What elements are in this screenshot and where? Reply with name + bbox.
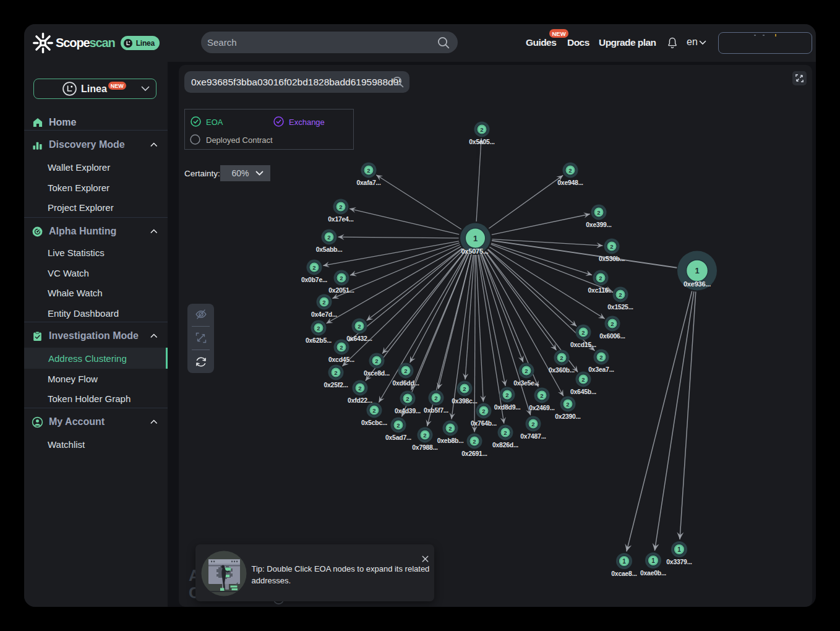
svg-text:0x7487...: 0x7487... <box>520 433 546 440</box>
svg-text:0x6432...: 0x6432... <box>346 335 372 342</box>
svg-text:0x5cbc...: 0x5cbc... <box>361 419 387 426</box>
svg-text:2: 2 <box>581 329 585 336</box>
svg-text:0x764b...: 0x764b... <box>471 420 497 427</box>
svg-text:2: 2 <box>434 395 437 401</box>
svg-text:2: 2 <box>367 167 370 174</box>
svg-text:2: 2 <box>312 264 315 271</box>
svg-text:0xc116...: 0xc116... <box>588 287 614 294</box>
svg-text:0xcae8...: 0xcae8... <box>611 570 637 577</box>
svg-text:0xafa7...: 0xafa7... <box>356 179 381 186</box>
svg-text:0x2691...: 0x2691... <box>461 450 487 457</box>
svg-text:0x2051...: 0x2051... <box>328 287 354 294</box>
svg-text:0xe948...: 0xe948... <box>557 179 583 186</box>
svg-text:0x4e7d...: 0x4e7d... <box>311 311 337 318</box>
svg-text:0xce8d...: 0xce8d... <box>364 370 390 377</box>
svg-text:0x5abb...: 0x5abb... <box>316 246 343 253</box>
svg-text:2: 2 <box>327 234 330 241</box>
svg-text:2: 2 <box>375 358 378 364</box>
svg-text:0x5075...: 0x5075... <box>461 247 488 255</box>
svg-text:0x2469...: 0x2469... <box>529 405 555 411</box>
svg-text:0x1525...: 0x1525... <box>607 304 633 311</box>
svg-text:0xcd15...: 0xcd15... <box>570 341 596 348</box>
svg-text:0x2390...: 0x2390... <box>555 413 581 420</box>
svg-text:1: 1 <box>677 546 681 553</box>
svg-text:2: 2 <box>540 392 543 399</box>
svg-text:2: 2 <box>560 354 563 361</box>
svg-text:0x7988...: 0x7988... <box>412 444 438 451</box>
svg-text:2: 2 <box>480 126 483 133</box>
svg-text:2: 2 <box>406 395 409 402</box>
svg-text:1: 1 <box>622 558 626 565</box>
svg-text:0x398c...: 0x398c... <box>452 398 478 405</box>
svg-text:0x3e5e...: 0x3e5e... <box>513 380 539 387</box>
svg-text:2: 2 <box>358 323 361 330</box>
svg-text:2: 2 <box>473 438 476 445</box>
svg-text:2: 2 <box>568 167 572 174</box>
svg-text:0x645b...: 0x645b... <box>570 388 596 395</box>
svg-text:2: 2 <box>404 367 407 374</box>
svg-text:2: 2 <box>619 291 622 298</box>
svg-text:2: 2 <box>599 275 602 281</box>
svg-text:0xd6dd...: 0xd6dd... <box>392 380 419 387</box>
svg-text:0x530b...: 0x530b... <box>599 255 625 262</box>
svg-text:2: 2 <box>504 429 507 436</box>
svg-text:2: 2 <box>482 408 485 414</box>
svg-text:2: 2 <box>463 385 466 392</box>
svg-text:0xe399...: 0xe399... <box>586 221 612 228</box>
svg-text:2: 2 <box>396 422 400 429</box>
svg-text:0x5ad7...: 0x5ad7... <box>385 434 411 441</box>
svg-text:2: 2 <box>525 367 528 374</box>
svg-text:1: 1 <box>695 266 699 275</box>
svg-text:2: 2 <box>599 354 602 361</box>
svg-text:0x0b7e...: 0x0b7e... <box>301 277 327 283</box>
svg-text:2: 2 <box>566 401 569 408</box>
svg-text:0x826d...: 0x826d... <box>492 442 518 449</box>
svg-text:0x4d39...: 0x4d39... <box>395 408 421 414</box>
svg-text:2: 2 <box>339 204 342 210</box>
svg-text:2: 2 <box>372 407 375 414</box>
svg-text:1: 1 <box>473 234 478 243</box>
svg-text:2: 2 <box>322 299 325 306</box>
svg-text:0xb5f7...: 0xb5f7... <box>424 407 448 414</box>
svg-text:0xfd22...: 0xfd22... <box>348 397 372 404</box>
svg-text:2: 2 <box>611 320 614 327</box>
svg-text:0xeb8b...: 0xeb8b... <box>437 437 464 444</box>
svg-text:0x6006...: 0x6006... <box>599 333 625 340</box>
svg-text:0x5a05...: 0x5a05... <box>469 139 495 145</box>
svg-text:0x62b5...: 0x62b5... <box>306 337 332 344</box>
svg-text:1: 1 <box>651 557 655 564</box>
svg-text:2: 2 <box>597 209 600 216</box>
svg-text:2: 2 <box>610 243 613 250</box>
svg-text:0xae0b...: 0xae0b... <box>640 570 666 577</box>
svg-text:2: 2 <box>423 432 426 439</box>
svg-text:2: 2 <box>448 425 452 432</box>
svg-text:0x3ea7...: 0x3ea7... <box>588 366 614 373</box>
svg-text:2: 2 <box>340 344 343 351</box>
svg-text:2: 2 <box>317 325 320 332</box>
svg-text:0x360b...: 0x360b... <box>549 367 575 374</box>
svg-text:2: 2 <box>358 385 361 392</box>
svg-text:2: 2 <box>531 421 534 427</box>
svg-text:2: 2 <box>505 392 508 398</box>
svg-text:2: 2 <box>334 369 337 376</box>
svg-text:2: 2 <box>340 275 343 281</box>
svg-text:2: 2 <box>581 376 585 383</box>
svg-text:0x25f2...: 0x25f2... <box>324 382 348 388</box>
svg-text:0x3379...: 0x3379... <box>666 559 692 565</box>
svg-text:0xd8d9...: 0xd8d9... <box>494 404 521 411</box>
svg-text:0x17e4...: 0x17e4... <box>328 216 354 223</box>
svg-text:0xcd45...: 0xcd45... <box>328 356 354 363</box>
svg-text:0xe936...: 0xe936... <box>684 280 711 288</box>
